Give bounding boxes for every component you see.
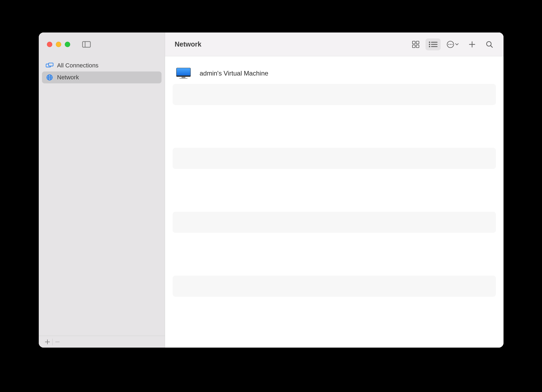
sidebar-item-label: All Connections: [57, 62, 99, 69]
svg-point-16: [429, 44, 430, 45]
sidebar-item-all-connections[interactable]: All Connections: [42, 60, 162, 71]
svg-rect-12: [416, 41, 419, 44]
item-name: admin's Virtual Machine: [200, 70, 269, 77]
add-button[interactable]: [43, 336, 52, 348]
svg-line-28: [491, 45, 492, 47]
list-icon: [428, 41, 438, 48]
svg-point-22: [448, 44, 449, 45]
list-item[interactable]: admin's Virtual Machine: [173, 63, 496, 84]
zoom-window-button[interactable]: [65, 42, 70, 47]
more-options-button[interactable]: [443, 38, 462, 50]
main-panel: Network: [165, 32, 504, 348]
plus-icon: [469, 41, 475, 48]
list-item-empty: [173, 84, 496, 105]
svg-rect-29: [176, 68, 191, 77]
svg-rect-30: [176, 76, 191, 77]
toolbar: Network: [165, 32, 504, 56]
toggle-sidebar-button[interactable]: [82, 41, 91, 48]
svg-point-23: [450, 44, 451, 45]
ellipsis-circle-icon: [447, 41, 454, 48]
computer-icon: [175, 67, 192, 79]
list-item-empty: [173, 148, 496, 169]
sidebar-item-label: Network: [57, 74, 79, 81]
toolbar-controls: [408, 38, 497, 50]
close-window-button[interactable]: [47, 42, 52, 47]
search-button[interactable]: [482, 38, 497, 50]
content-area[interactable]: admin's Virtual Machine: [165, 56, 504, 348]
app-window: All Connections Network: [39, 32, 504, 348]
sidebar-footer: [39, 336, 165, 348]
list-item-empty: [173, 276, 496, 297]
titlebar-left: [39, 32, 165, 56]
sidebar-item-network[interactable]: Network: [42, 71, 162, 83]
remove-button[interactable]: [53, 336, 62, 348]
sidebar: All Connections Network: [39, 32, 165, 348]
svg-point-15: [429, 41, 430, 43]
list-item-empty: [173, 212, 496, 233]
svg-point-24: [451, 44, 453, 45]
grid-view-button[interactable]: [408, 38, 423, 50]
svg-rect-31: [182, 77, 185, 78]
sidebar-list: All Connections Network: [39, 56, 165, 336]
window-controls: [47, 42, 70, 47]
chevron-down-icon: [455, 43, 459, 45]
minimize-window-button[interactable]: [56, 42, 61, 47]
search-icon: [486, 41, 493, 48]
svg-rect-13: [412, 45, 415, 48]
new-item-button[interactable]: [464, 38, 480, 50]
monitors-icon: [46, 63, 53, 68]
svg-rect-11: [412, 41, 415, 44]
svg-rect-0: [82, 42, 90, 47]
window-title: Network: [175, 40, 408, 48]
svg-rect-3: [49, 63, 53, 66]
svg-rect-14: [416, 45, 419, 48]
svg-rect-32: [179, 78, 188, 79]
grid-icon: [412, 40, 420, 48]
list-view-button[interactable]: [425, 38, 441, 50]
globe-icon: [46, 74, 53, 81]
svg-point-17: [429, 46, 430, 47]
